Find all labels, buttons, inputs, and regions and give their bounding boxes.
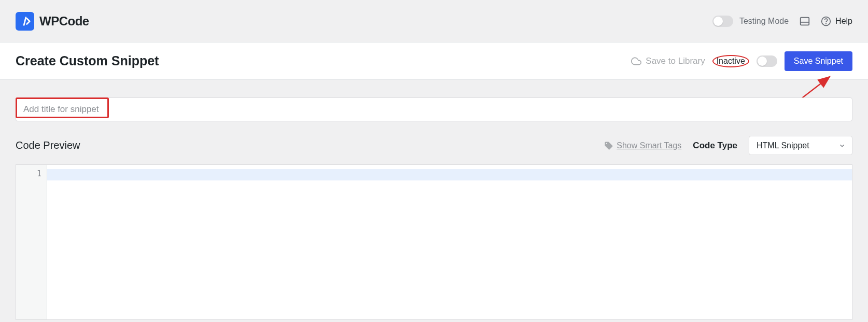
- preview-header: Code Preview Show Smart Tags Code Type H…: [0, 131, 868, 164]
- save-to-library-button[interactable]: Save to Library: [631, 56, 705, 66]
- code-type-label: Code Type: [693, 141, 737, 151]
- save-snippet-button[interactable]: Save Snippet: [785, 51, 852, 71]
- title-input-wrap: [0, 80, 868, 131]
- status-annotation-ring: Inactive: [712, 55, 749, 67]
- testing-mode-group: Testing Mode: [712, 16, 789, 27]
- save-to-library-label: Save to Library: [646, 56, 705, 66]
- svg-point-4: [826, 23, 827, 24]
- status-toggle[interactable]: [757, 55, 777, 67]
- line-number: 1: [16, 169, 41, 178]
- help-label: Help: [835, 17, 852, 26]
- status-label: Inactive: [717, 57, 745, 65]
- active-line-highlight: [47, 169, 852, 180]
- editor-gutter: 1: [16, 165, 47, 319]
- preview-controls: Show Smart Tags Code Type HTML Snippet: [604, 136, 852, 155]
- editor-content[interactable]: [47, 165, 852, 319]
- cloud-icon: [631, 56, 641, 66]
- svg-line-0: [24, 17, 26, 25]
- action-bar: Create Custom Snippet Save to Library In…: [0, 43, 868, 80]
- actions-group: Save to Library Inactive Save Snippet: [631, 51, 852, 71]
- testing-mode-label: Testing Mode: [739, 17, 789, 26]
- testing-mode-toggle[interactable]: [712, 16, 733, 27]
- code-preview-title: Code Preview: [16, 139, 80, 151]
- help-button[interactable]: Help: [821, 16, 852, 26]
- notifications-icon[interactable]: [799, 16, 810, 27]
- snippet-title-input[interactable]: [16, 97, 852, 121]
- brand-name: WPCode: [39, 14, 89, 29]
- page-title: Create Custom Snippet: [16, 53, 159, 68]
- wpcode-logo-icon: [16, 12, 34, 31]
- svg-rect-1: [801, 17, 809, 25]
- code-editor[interactable]: 1: [16, 164, 852, 320]
- top-right-group: Testing Mode Help: [712, 16, 852, 27]
- code-type-select[interactable]: HTML Snippet: [749, 136, 852, 155]
- tag-icon: [604, 141, 613, 150]
- show-smart-tags-link[interactable]: Show Smart Tags: [604, 141, 681, 150]
- brand-logo: WPCode: [16, 12, 89, 31]
- smart-tags-label: Show Smart Tags: [617, 141, 681, 150]
- top-header: WPCode Testing Mode Help: [0, 0, 868, 43]
